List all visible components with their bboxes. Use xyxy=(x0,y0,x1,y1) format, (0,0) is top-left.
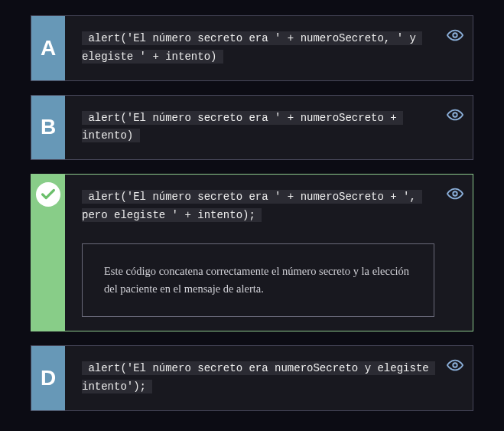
option-content: alert('El número secreto era ' + numeroS… xyxy=(65,16,473,80)
option-letter: D xyxy=(41,366,56,390)
eye-icon[interactable] xyxy=(447,106,463,123)
option-content: alert('El número secreto era ' + numeroS… xyxy=(65,175,473,331)
answer-option[interactable]: A alert('El número secreto era ' + numer… xyxy=(31,15,473,81)
code-snippet: alert('El número secreto era ' + numeroS… xyxy=(82,30,434,67)
option-content: alert('El número secreto era numeroSecre… xyxy=(65,346,473,410)
eye-icon[interactable] xyxy=(447,357,463,374)
option-letter: B xyxy=(41,115,56,139)
option-label-column: B xyxy=(31,96,65,160)
eye-icon[interactable] xyxy=(447,27,463,44)
check-icon xyxy=(36,182,60,207)
option-letter: A xyxy=(41,36,56,60)
option-label-column: D xyxy=(31,346,65,410)
code-snippet: alert('El número secreto era numeroSecre… xyxy=(82,360,434,397)
code-snippet: alert('El número secreto era ' + numeroS… xyxy=(82,188,434,225)
option-label-column: A xyxy=(31,16,65,80)
option-label-column xyxy=(31,175,65,331)
svg-point-3 xyxy=(453,363,457,367)
answer-option[interactable]: B alert('El número secreto era ' + numer… xyxy=(31,95,473,161)
svg-point-1 xyxy=(453,113,457,117)
svg-point-2 xyxy=(453,191,457,196)
explanation-text: Este código concatena correctamente el n… xyxy=(82,243,434,317)
answer-option[interactable]: alert('El número secreto era ' + numeroS… xyxy=(31,174,473,331)
svg-point-0 xyxy=(453,33,457,38)
code-snippet: alert('El número secreto era ' + numeroS… xyxy=(82,109,434,146)
eye-icon[interactable] xyxy=(447,185,463,202)
answer-option[interactable]: D alert('El número secreto era numeroSec… xyxy=(31,345,473,411)
option-content: alert('El número secreto era ' + numeroS… xyxy=(65,96,473,160)
